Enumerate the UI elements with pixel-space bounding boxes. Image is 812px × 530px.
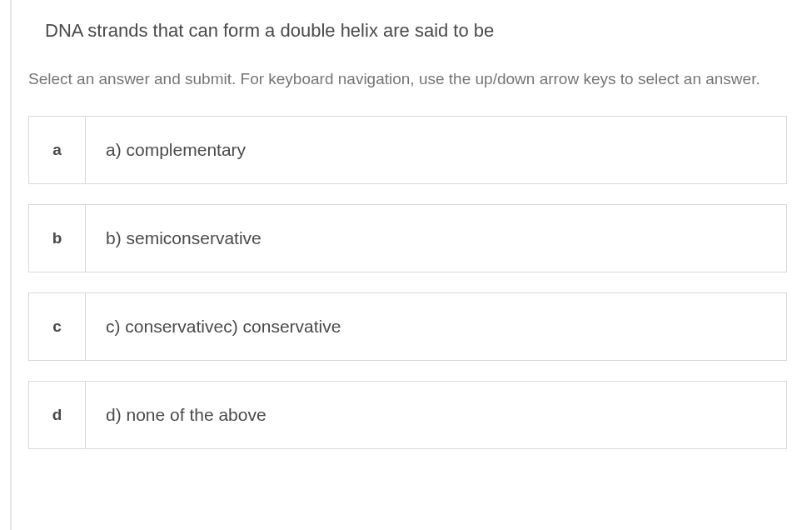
instructions-text: Select an answer and submit. For keyboar… <box>12 68 812 117</box>
option-d[interactable]: d d) none of the above <box>28 381 787 449</box>
option-key: a <box>29 117 86 183</box>
options-list: a a) complementary b b) semiconservative… <box>12 116 812 449</box>
option-b[interactable]: b b) semiconservative <box>28 204 787 272</box>
option-text: b) semiconservative <box>86 205 786 272</box>
option-a[interactable]: a a) complementary <box>28 116 787 184</box>
option-key: c <box>29 293 86 360</box>
question-text: DNA strands that can form a double helix… <box>12 0 812 68</box>
option-text: d) none of the above <box>86 382 786 448</box>
option-key: b <box>29 205 86 272</box>
option-c[interactable]: c c) conservativec) conservative <box>28 292 787 361</box>
question-container: DNA strands that can form a double helix… <box>10 0 812 530</box>
option-key: d <box>29 382 86 448</box>
option-text: a) complementary <box>86 117 786 183</box>
option-text: c) conservativec) conservative <box>86 293 786 360</box>
